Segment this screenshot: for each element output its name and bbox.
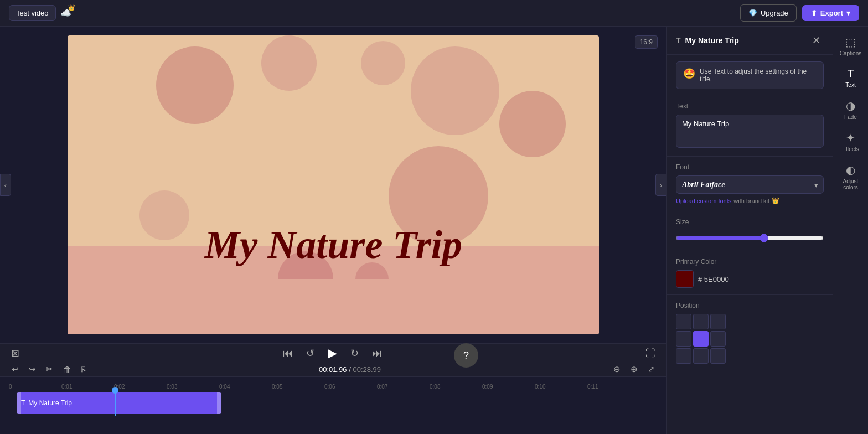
upgrade-button[interactable]: 💎 Upgrade [740, 4, 797, 22]
panel-close-button[interactable]: ✕ [809, 33, 824, 48]
fade-strip-label: Fade [844, 114, 857, 120]
text-strip-icon: T [847, 68, 854, 80]
pos-mid-center[interactable] [693, 331, 709, 347]
upload-fonts-row: Upload custom fonts with brand kit 👑 [676, 197, 824, 204]
timeline-area: 0 0:01 0:02 0:03 0:04 0:05 0:06 0:07 0:0… [0, 376, 666, 434]
playhead[interactable] [115, 390, 116, 416]
icon-strip: ⬚ Captions T Text ◑ Fade ✦ Effects ◐ Adj… [833, 27, 868, 434]
ruler-mark-4: 0:04 [219, 384, 272, 390]
collapse-left-button[interactable]: ‹ [0, 174, 11, 196]
ruler-mark-0: 0 [9, 384, 61, 390]
undo-button[interactable]: ↩ [9, 363, 22, 376]
crown-icon: 👑 [772, 197, 779, 204]
text-textarea[interactable]: My Nature Trip [676, 115, 824, 148]
circle-4 [499, 91, 566, 157]
aspect-ratio-badge: 16:9 [635, 35, 658, 49]
fade-strip-button[interactable]: ◑ Fade [835, 95, 866, 125]
rewind-5-button[interactable]: ↺ [304, 345, 317, 361]
panel-title-text: My Nature Trip [685, 36, 739, 45]
clip-text-icon: T [21, 399, 25, 407]
topbar: Test video ☁️👑 💎 Upgrade ⬆ Export ▾ [0, 0, 868, 27]
topbar-left: Test video ☁️👑 [9, 5, 71, 21]
size-section-label: Size [676, 218, 824, 226]
position-label: Position [676, 302, 824, 309]
info-emoji: 🤩 [683, 68, 695, 80]
clip-label: My Nature Trip [28, 399, 72, 407]
font-selector[interactable]: Abril Fatface Arial Georgia Helvetica [676, 175, 824, 194]
color-swatch[interactable] [676, 270, 694, 288]
text-section: Text My Nature Trip [667, 96, 833, 157]
pos-top-right[interactable] [710, 314, 726, 329]
right-panel: T My Nature Trip ✕ 🤩 Use Text to adjust … [666, 27, 833, 434]
timeline-ruler: 0 0:01 0:02 0:03 0:04 0:05 0:06 0:07 0:0… [0, 377, 666, 390]
size-slider[interactable] [676, 234, 824, 242]
pos-bot-center[interactable] [693, 348, 709, 364]
pos-bot-right[interactable] [710, 348, 726, 364]
export-button[interactable]: ⬆ Export ▾ [802, 5, 859, 21]
adjust-colors-strip-button[interactable]: ◐ Adjust colors [835, 159, 866, 195]
adjust-colors-icon: ◐ [846, 163, 855, 177]
project-title-input[interactable]: Test video [9, 5, 56, 21]
help-button[interactable]: ? [454, 343, 478, 368]
ruler-mark-5: 0:05 [272, 384, 324, 390]
collapse-right-button[interactable]: › [655, 174, 666, 196]
controls-right: ⛶ [643, 345, 658, 361]
cut-button[interactable]: ✂ [43, 363, 56, 376]
panel-header: T My Nature Trip ✕ [667, 27, 833, 55]
captions-strip-button[interactable]: ⬚ Captions [835, 31, 866, 61]
text-strip-button[interactable]: T Text [835, 63, 866, 92]
ruler-mark-6: 0:06 [324, 384, 377, 390]
adjust-colors-strip-label: Adjust colors [838, 178, 864, 190]
position-section: Position [667, 295, 833, 370]
delete-button[interactable]: 🗑 [60, 363, 74, 376]
canvas-container: 16:9 My Nature Trip ‹ › [0, 27, 666, 343]
brand-kit-text: with brand kit [733, 198, 769, 204]
effects-strip-label: Effects [842, 146, 859, 152]
upload-fonts-link[interactable]: Upload custom fonts [676, 198, 731, 204]
timeline-clip[interactable]: T My Nature Trip [17, 392, 221, 414]
controls-center: ⏮ ↺ ▶ ↻ ⏭ [281, 344, 384, 363]
zoom-out-button[interactable]: ⊖ [611, 363, 623, 376]
ruler-mark-1: 0:01 [61, 384, 114, 390]
chevron-down-icon: ▾ [846, 9, 850, 17]
hash-symbol: # [698, 275, 702, 283]
timeline-time: 00:01.96 / 00:28.99 [319, 365, 381, 374]
pos-top-left[interactable] [676, 314, 691, 329]
playhead-head [112, 387, 118, 394]
play-button[interactable]: ▶ [326, 344, 339, 363]
pos-bot-left[interactable] [676, 348, 691, 364]
duplicate-button[interactable]: ⎘ [79, 363, 89, 376]
info-box: 🤩 Use Text to adjust the settings of the… [676, 61, 824, 89]
video-title-overlay: My Nature Trip [204, 222, 462, 268]
time-current: 00:01.96 [319, 365, 347, 374]
skip-forward-button[interactable]: ⏭ [370, 345, 384, 361]
circle-1 [156, 46, 234, 124]
diamond-icon: 💎 [748, 9, 757, 17]
skip-back-button[interactable]: ⏮ [281, 345, 295, 361]
upload-icon: ⬆ [811, 9, 817, 17]
expand-timeline-button[interactable]: ⤢ [645, 363, 658, 376]
clip-handle-right[interactable] [217, 392, 221, 414]
pos-mid-left[interactable] [676, 331, 691, 347]
pos-mid-right[interactable] [710, 331, 726, 347]
font-section-label: Font [676, 163, 824, 171]
forward-5-button[interactable]: ↻ [348, 345, 361, 361]
color-hex-value: # 5E0000 [698, 275, 729, 283]
pos-top-center[interactable] [693, 314, 709, 329]
ruler-mark-9: 0:09 [482, 384, 535, 390]
ruler-mark-2: 0:02 [114, 384, 167, 390]
fade-icon: ◑ [846, 99, 855, 112]
timeline-tools-left: ↩ ↪ ✂ 🗑 ⎘ [9, 363, 89, 376]
clip-handle-left[interactable] [17, 392, 21, 414]
effects-strip-button[interactable]: ✦ Effects [835, 127, 866, 157]
zoom-in-button[interactable]: ⊕ [628, 363, 640, 376]
fullscreen-button[interactable]: ⛶ [643, 345, 658, 361]
info-text: Use Text to adjust the settings of the t… [700, 68, 817, 83]
ruler-mark-10: 0:10 [535, 384, 587, 390]
circle-2 [261, 35, 317, 91]
captions-toggle-button[interactable]: ⊠ [9, 345, 22, 361]
video-canvas[interactable]: My Nature Trip [68, 35, 599, 334]
ruler-mark-3: 0:03 [167, 384, 219, 390]
timeline-tools-right: ⊖ ⊕ ⤢ [611, 363, 658, 376]
redo-button[interactable]: ↪ [26, 363, 39, 376]
